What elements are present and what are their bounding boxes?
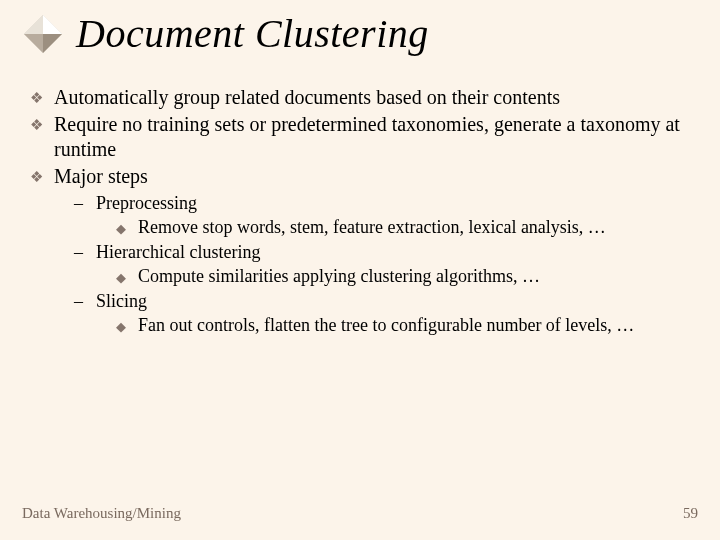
bullet-level2: – Preprocessing	[74, 192, 690, 215]
bullet-level3: ◆ Remove stop words, stem, feature extra…	[116, 216, 690, 239]
bullet-text: Require no training sets or predetermine…	[54, 112, 690, 162]
slide-content: ❖ Automatically group related documents …	[0, 57, 720, 336]
bullet-level2: – Slicing	[74, 290, 690, 313]
diamond-bullet-icon: ❖	[30, 112, 54, 162]
bullet-text: Hierarchical clustering	[96, 241, 690, 264]
svg-marker-3	[24, 34, 43, 53]
diamond-small-bullet-icon: ◆	[116, 265, 138, 288]
svg-marker-2	[24, 15, 43, 34]
svg-marker-1	[43, 15, 62, 34]
bullet-level1: ❖ Major steps	[30, 164, 690, 189]
diamond-small-bullet-icon: ◆	[116, 216, 138, 239]
bullet-text: Remove stop words, stem, feature extract…	[138, 216, 690, 239]
bullet-text: Automatically group related documents ba…	[54, 85, 690, 110]
dash-bullet-icon: –	[74, 241, 96, 264]
bullet-level1: ❖ Require no training sets or predetermi…	[30, 112, 690, 162]
bullet-level2: – Hierarchical clustering	[74, 241, 690, 264]
bullet-text: Preprocessing	[96, 192, 690, 215]
bullet-level1: ❖ Automatically group related documents …	[30, 85, 690, 110]
footer-left: Data Warehousing/Mining	[22, 505, 181, 522]
slide-footer: Data Warehousing/Mining 59	[22, 505, 698, 522]
dash-bullet-icon: –	[74, 290, 96, 313]
bullet-level3: ◆ Fan out controls, flatten the tree to …	[116, 314, 690, 337]
diamond-bullet-icon: ❖	[30, 85, 54, 110]
bullet-text: Fan out controls, flatten the tree to co…	[138, 314, 690, 337]
bullet-text: Compute similarities applying clustering…	[138, 265, 690, 288]
title-row: Document Clustering	[0, 0, 720, 57]
dash-bullet-icon: –	[74, 192, 96, 215]
bullet-level3: ◆ Compute similarities applying clusteri…	[116, 265, 690, 288]
slide-title: Document Clustering	[76, 10, 429, 57]
diamond-icon	[22, 13, 64, 55]
bullet-text: Major steps	[54, 164, 690, 189]
bullet-text: Slicing	[96, 290, 690, 313]
page-number: 59	[683, 505, 698, 522]
diamond-small-bullet-icon: ◆	[116, 314, 138, 337]
diamond-bullet-icon: ❖	[30, 164, 54, 189]
svg-marker-4	[43, 34, 62, 53]
